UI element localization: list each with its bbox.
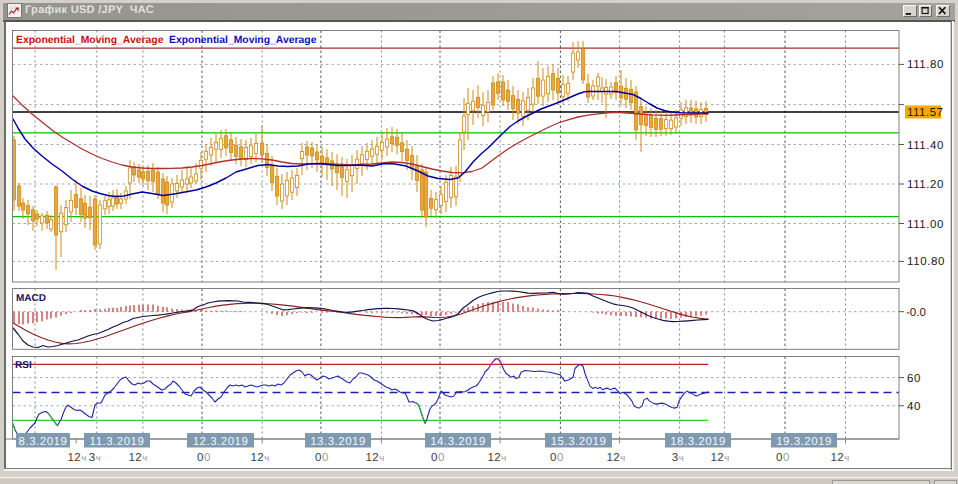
svg-text:3ч: 3ч: [89, 452, 101, 464]
svg-text:12.3.2019: 12.3.2019: [193, 436, 249, 448]
svg-text:00: 00: [431, 452, 445, 464]
svg-text:RSI: RSI: [15, 360, 32, 371]
svg-text:111.20: 111.20: [907, 179, 944, 191]
svg-text:Exponential_Moving_Average: Exponential_Moving_Average: [169, 35, 317, 46]
svg-text:111.57: 111.57: [907, 107, 943, 119]
svg-text:12ч: 12ч: [365, 452, 384, 464]
svg-text:18.3.2019: 18.3.2019: [670, 436, 726, 448]
svg-text:-0.0: -0.0: [906, 307, 926, 319]
svg-text:12ч: 12ч: [710, 452, 729, 464]
svg-text:15.3.2019: 15.3.2019: [551, 436, 607, 448]
svg-text:40: 40: [907, 401, 921, 413]
svg-text:MACD: MACD: [16, 293, 46, 304]
svg-text:110.80: 110.80: [907, 256, 945, 268]
svg-text:12ч: 12ч: [128, 452, 147, 464]
svg-text:12ч: 12ч: [487, 452, 506, 464]
svg-text:12ч: 12ч: [250, 452, 269, 464]
svg-text:8.3.2019: 8.3.2019: [19, 436, 68, 448]
svg-text:111.40: 111.40: [907, 140, 944, 152]
svg-text:12ч: 12ч: [67, 452, 86, 464]
svg-text:13.3.2019: 13.3.2019: [310, 436, 366, 448]
svg-text:111.80: 111.80: [907, 59, 944, 71]
svg-text:00: 00: [315, 452, 329, 464]
svg-text:Exponential_Moving_Average: Exponential_Moving_Average: [16, 35, 164, 46]
svg-text:00: 00: [550, 452, 564, 464]
svg-text:14.3.2019: 14.3.2019: [430, 436, 486, 448]
svg-text:00: 00: [197, 452, 211, 464]
svg-text:11.3.2019: 11.3.2019: [90, 436, 145, 448]
svg-text:111.00: 111.00: [907, 219, 944, 231]
svg-text:3ч: 3ч: [672, 452, 684, 464]
svg-text:00: 00: [776, 452, 790, 464]
svg-text:12ч: 12ч: [606, 452, 625, 464]
svg-text:60: 60: [907, 373, 921, 385]
svg-text:12ч: 12ч: [830, 452, 849, 464]
svg-text:19.3.2019: 19.3.2019: [776, 436, 832, 448]
